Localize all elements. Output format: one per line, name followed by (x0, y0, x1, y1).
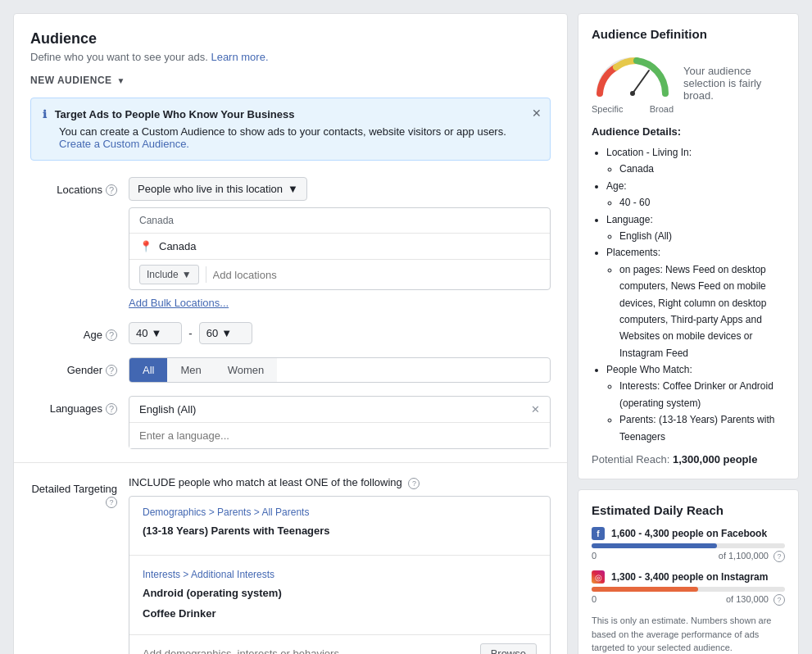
audience-definition-panel: Audience Definition (578, 13, 799, 479)
facebook-reach-row: f 1,600 - 4,300 people on Facebook (592, 527, 785, 540)
languages-label: Languages (50, 402, 102, 415)
detail-placements: Placements: on pages: News Feed on deskt… (606, 244, 785, 361)
location-item-canada[interactable]: 📍 Canada (129, 234, 550, 259)
facebook-reach-info-icon[interactable]: ? (773, 551, 785, 562)
age-content: 40 ▼ - 60 ▼ (129, 322, 551, 344)
languages-content: English (All) ✕ (129, 396, 551, 449)
facebook-reach-bar-bg (592, 543, 785, 548)
page-title: Audience (30, 30, 551, 48)
instagram-reach-bar-fill (592, 587, 698, 592)
divider (206, 266, 206, 283)
facebook-reach-meta: 0 of 1,100,000 ? (592, 551, 785, 562)
include-dropdown-button[interactable]: Include ▼ (139, 265, 199, 284)
new-audience-button[interactable]: NEW AUDIENCE ▼ (30, 75, 125, 86)
interests-section: Interests > Additional Interests Android… (129, 559, 550, 634)
gender-all-button[interactable]: All (129, 358, 167, 382)
instagram-reach-meta: 0 of 130,000 ? (592, 594, 785, 606)
instagram-reach-bar-bg (592, 587, 785, 592)
location-type-dropdown[interactable]: People who live in this location ▼ (129, 177, 307, 201)
facebook-reach-label: 1,600 - 4,300 people on Facebook (611, 528, 767, 539)
gender-men-button[interactable]: Men (167, 358, 214, 382)
languages-info-icon[interactable]: ? (106, 403, 117, 415)
instagram-reach-info-icon[interactable]: ? (773, 594, 785, 606)
detailed-targeting-row: Detailed Targeting ? INCLUDE people who … (30, 476, 551, 654)
gender-row: Gender ? All Men Women (30, 357, 551, 383)
audience-definition-title: Audience Definition (592, 27, 785, 41)
age-from-arrow-icon: ▼ (151, 327, 161, 339)
targeting-desc-info-icon[interactable]: ? (408, 478, 420, 489)
close-banner-button[interactable]: ✕ (532, 107, 542, 120)
audience-details-title: Audience Details: (592, 125, 785, 138)
target-item-android: Android (operating system) (143, 584, 537, 602)
languages-row: Languages ? English (All) ✕ (30, 396, 551, 449)
create-custom-audience-link[interactable]: Create a Custom Audience. (59, 138, 189, 150)
detail-age: Age: 40 - 60 (606, 178, 785, 211)
facebook-reach-bar-fill (592, 543, 717, 548)
locations-row: Locations ? People who live in this loca… (30, 177, 551, 309)
location-search-header: Canada (129, 208, 550, 234)
targeting-section-divider (129, 555, 550, 556)
age-info-icon[interactable]: ? (106, 329, 117, 341)
gender-content: All Men Women (129, 357, 551, 383)
location-footer: Include ▼ (129, 259, 550, 289)
add-locations-input[interactable] (213, 269, 540, 281)
age-row: Age ? 40 ▼ - 60 ▼ (30, 322, 551, 344)
demographics-breadcrumb[interactable]: Demographics > Parents > All Parents (143, 506, 537, 518)
gauge-description: Your audience selection is fairly broad. (683, 65, 785, 102)
svg-line-0 (633, 70, 649, 93)
reach-note: This is only an estimate. Numbers shown … (592, 614, 785, 654)
detail-people-who-match: People Who Match: Interests: Coffee Drin… (606, 361, 785, 445)
instagram-reach-label: 1,300 - 3,400 people on Instagram (611, 571, 768, 583)
detail-location: Location - Living In: Canada (606, 144, 785, 178)
languages-box: English (All) ✕ (129, 396, 551, 449)
facebook-icon: f (592, 527, 605, 540)
age-to-arrow-icon: ▼ (221, 327, 232, 339)
location-box: Canada 📍 Canada Include ▼ (129, 207, 551, 290)
detailed-targeting-description: INCLUDE people who match at least ONE of… (129, 476, 551, 489)
add-targeting-input[interactable] (143, 647, 480, 654)
detailed-targeting-content: INCLUDE people who match at least ONE of… (129, 476, 551, 654)
interests-breadcrumb[interactable]: Interests > Additional Interests (143, 569, 537, 580)
estimated-reach-title: Estimated Daily Reach (592, 503, 785, 517)
info-icon: ℹ (43, 108, 47, 120)
locations-content: People who live in this location ▼ Canad… (129, 177, 551, 309)
target-item-coffee-drinker: Coffee Drinker (143, 604, 537, 623)
estimated-daily-reach-panel: Estimated Daily Reach f 1,600 - 4,300 pe… (578, 489, 799, 654)
language-tag-english: English (All) ✕ (129, 397, 550, 423)
browse-button[interactable]: Browse (480, 643, 537, 654)
add-targeting-row: Browse (129, 634, 550, 654)
dropdown-arrow-icon: ▼ (288, 183, 298, 195)
audience-details: Location - Living In: Canada Age: 40 - 6… (592, 144, 785, 445)
demographics-section: Demographics > Parents > All Parents (13… (129, 497, 550, 552)
target-item-parents-teenagers: (13-18 Years) Parents with Teenagers (143, 521, 537, 540)
gauge-labels: Specific Broad (592, 104, 674, 114)
gender-label: Gender (67, 364, 102, 376)
include-arrow-icon: ▼ (182, 269, 192, 280)
gender-women-button[interactable]: Women (215, 358, 278, 382)
age-label: Age (84, 329, 102, 341)
instagram-icon: ◎ (592, 570, 605, 584)
page-subtitle: Define who you want to see your ads. Lea… (30, 51, 551, 63)
gauge-container: Specific Broad Your audience selection i… (592, 52, 785, 114)
section-divider (14, 462, 567, 463)
svg-point-1 (630, 91, 635, 96)
gender-button-group: All Men Women (129, 357, 551, 383)
info-banner: ✕ ℹ Target Ads to People Who Know Your B… (30, 98, 551, 161)
add-bulk-locations-link[interactable]: Add Bulk Locations... (129, 297, 229, 309)
detailed-targeting-info-icon[interactable]: ? (106, 497, 117, 508)
locations-info-icon[interactable]: ? (106, 184, 117, 196)
language-input[interactable] (129, 423, 550, 448)
age-dash: - (188, 327, 192, 339)
detailed-targeting-label: Detailed Targeting (31, 483, 117, 495)
age-from-select[interactable]: 40 ▼ (129, 322, 182, 344)
location-pin-icon: 📍 (139, 240, 152, 252)
detail-language: Language: English (All) (606, 211, 785, 245)
learn-more-link[interactable]: Learn more. (211, 51, 268, 63)
gender-info-icon[interactable]: ? (106, 365, 117, 376)
gauge-chart (592, 52, 674, 102)
instagram-reach-row: ◎ 1,300 - 3,400 people on Instagram (592, 570, 785, 584)
remove-language-button[interactable]: ✕ (531, 403, 540, 416)
potential-reach: Potential Reach: 1,300,000 people (592, 453, 785, 466)
targeting-box: Demographics > Parents > All Parents (13… (129, 496, 551, 654)
age-to-select[interactable]: 60 ▼ (199, 322, 252, 344)
